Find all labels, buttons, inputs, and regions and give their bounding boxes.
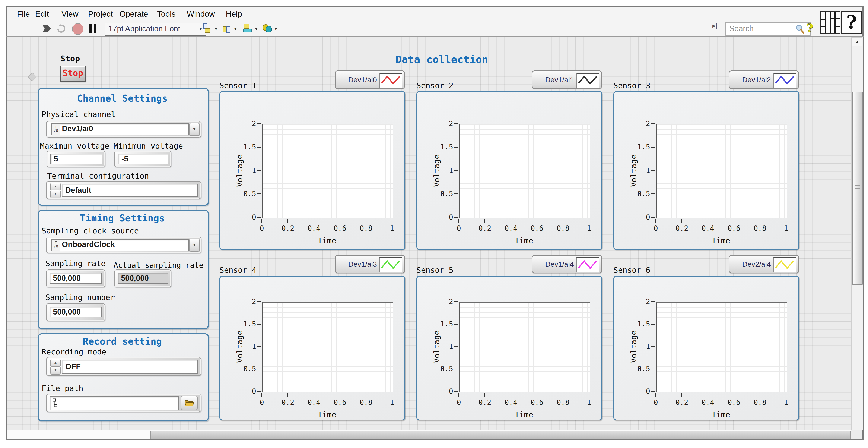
- x-tick-mark: [681, 393, 682, 396]
- sensor-chart-label: Sensor 2: [416, 81, 453, 90]
- search-box[interactable]: Search: [725, 23, 811, 36]
- x-tick-label: 0.2: [672, 398, 691, 407]
- plot-area[interactable]: [656, 302, 787, 392]
- run-icon[interactable]: [41, 24, 52, 34]
- x-tick-label: 0.8: [356, 398, 376, 407]
- menu-view[interactable]: View: [61, 7, 79, 21]
- y-tick-mark: [257, 346, 261, 347]
- menu-edit[interactable]: Edit: [35, 7, 49, 21]
- plot-area[interactable]: [262, 302, 393, 392]
- waveform-chart[interactable]: 21.510.5000.20.40.60.81VoltageTime: [416, 276, 602, 420]
- decrement-button[interactable]: ▼: [50, 366, 61, 375]
- chevron-down-icon: ▼: [214, 27, 218, 31]
- waveform-chart[interactable]: 21.510.5000.20.40.60.81VoltageTime: [613, 91, 799, 250]
- stop-button[interactable]: Stop: [60, 66, 86, 82]
- abort-icon[interactable]: [72, 24, 84, 35]
- y-tick-mark: [651, 193, 655, 194]
- waveform-chart[interactable]: 21.510.5000.20.40.60.81VoltageTime: [219, 91, 405, 250]
- y-tick-label: 2: [430, 297, 453, 306]
- plot-legend[interactable]: Dev1/ai4: [532, 255, 602, 273]
- x-tick-label: 0.8: [750, 398, 770, 407]
- sampling-rate-control[interactable]: 500,000: [46, 269, 105, 288]
- sampling-clock-source-control[interactable]: I/0 OnboardClock ▼: [46, 237, 201, 253]
- menu-operate[interactable]: Operate: [120, 7, 148, 21]
- connector-pane-icon[interactable]: [820, 11, 840, 34]
- sampling-number-control[interactable]: 500,000: [46, 303, 105, 321]
- plot-legend-name: Dev1/ai3: [336, 256, 377, 273]
- x-tick-mark: [485, 393, 485, 396]
- front-panel-area[interactable]: Data collection Stop Stop Channel Settin…: [7, 37, 851, 430]
- y-tick-mark: [651, 324, 655, 325]
- x-tick-mark: [287, 219, 288, 222]
- waveform-chart[interactable]: 21.510.5000.20.40.60.81VoltageTime: [219, 276, 405, 420]
- plot-legend[interactable]: Dev2/ai4: [729, 255, 799, 273]
- align-objects-tool[interactable]: ▼: [202, 23, 218, 34]
- sampling-clock-source-dropdown-button[interactable]: ▼: [189, 239, 200, 251]
- reorder-objects-tool[interactable]: ▼: [262, 23, 278, 34]
- horizontal-scrollbar-thumb[interactable]: [151, 431, 851, 439]
- x-tick-mark: [786, 219, 786, 222]
- resize-objects-tool[interactable]: ▼: [243, 23, 258, 34]
- plot-area[interactable]: [656, 124, 787, 218]
- plot-legend-name: Dev1/ai4: [533, 256, 574, 273]
- x-tick-label: 0: [449, 398, 468, 407]
- y-tick-mark: [651, 170, 655, 171]
- x-tick-label: 0.4: [304, 224, 323, 233]
- recording-mode-control[interactable]: ▲ ▼ OFF: [46, 357, 201, 376]
- terminal-configuration-label: Terminal configuration: [47, 172, 149, 180]
- search-expand-icon[interactable]: ▸|: [712, 22, 717, 29]
- x-tick-mark: [589, 219, 589, 222]
- terminal-configuration-control[interactable]: ▲ ▼ Default: [46, 181, 201, 199]
- plot-area[interactable]: [262, 124, 393, 218]
- file-path-control[interactable]: [46, 394, 201, 412]
- plot-area[interactable]: [459, 124, 590, 218]
- x-tick-mark: [708, 219, 708, 222]
- vertical-scrollbar-thumb[interactable]: [852, 92, 863, 285]
- plot-legend[interactable]: Dev1/ai0: [335, 70, 405, 89]
- vertical-scrollbar[interactable]: ▲: [851, 37, 863, 430]
- max-voltage-control[interactable]: 5: [46, 151, 105, 167]
- menu-help[interactable]: Help: [226, 7, 242, 21]
- plot-legend[interactable]: Dev1/ai2: [729, 70, 799, 89]
- y-tick-mark: [651, 217, 655, 218]
- horizontal-scrollbar[interactable]: [7, 430, 851, 439]
- thumb-grip: [855, 185, 860, 185]
- pause-icon[interactable]: [88, 24, 97, 33]
- font-selector[interactable]: 17pt Application Font ▼: [105, 23, 206, 36]
- waveform-chart[interactable]: 21.510.5000.20.40.60.81VoltageTime: [613, 276, 799, 420]
- y-axis-title: Voltage: [629, 315, 638, 379]
- physical-channel-control[interactable]: I/0 Dev1/ai0 ▼: [46, 121, 201, 138]
- physical-channel-dropdown-button[interactable]: ▼: [189, 123, 200, 136]
- search-icon[interactable]: [796, 25, 805, 34]
- y-tick-mark: [651, 346, 655, 347]
- menu-window[interactable]: Window: [187, 7, 215, 21]
- sampling-clock-source-label: Sampling clock source: [42, 226, 139, 235]
- stop-label: Stop: [60, 54, 80, 63]
- plot-area[interactable]: [459, 302, 590, 392]
- x-tick-mark: [510, 393, 512, 396]
- increment-button[interactable]: ▲: [50, 359, 61, 367]
- scroll-up-button[interactable]: ▲: [852, 37, 862, 46]
- decrement-button[interactable]: ▼: [50, 190, 61, 198]
- vi-icon[interactable]: ?: [841, 11, 862, 34]
- vi-icon-question-mark: ?: [846, 11, 857, 33]
- x-tick-mark: [786, 393, 786, 396]
- menu-file[interactable]: File: [17, 7, 30, 21]
- menu-project[interactable]: Project: [88, 7, 113, 21]
- distribute-objects-tool[interactable]: ▼: [222, 23, 238, 34]
- scrollbar-corner: [851, 430, 863, 439]
- x-tick-label: 1: [382, 398, 402, 407]
- increment-button[interactable]: ▲: [50, 183, 61, 191]
- plot-legend[interactable]: Dev1/ai1: [532, 70, 602, 89]
- run-continuously-icon[interactable]: [56, 24, 66, 34]
- waveform-chart[interactable]: 21.510.5000.20.40.60.81VoltageTime: [416, 91, 602, 250]
- sampling-number-label: Sampling number: [45, 293, 115, 302]
- channel-settings-title: Channel Settings: [38, 93, 207, 104]
- context-help-icon[interactable]: ?: [807, 21, 813, 34]
- browse-button[interactable]: [181, 396, 198, 410]
- chevron-down-icon: ▼: [233, 27, 238, 31]
- recording-mode-label: Recording mode: [42, 348, 106, 356]
- menu-tools[interactable]: Tools: [157, 7, 176, 21]
- min-voltage-control[interactable]: -5: [114, 151, 172, 167]
- plot-legend[interactable]: Dev1/ai3: [335, 255, 405, 273]
